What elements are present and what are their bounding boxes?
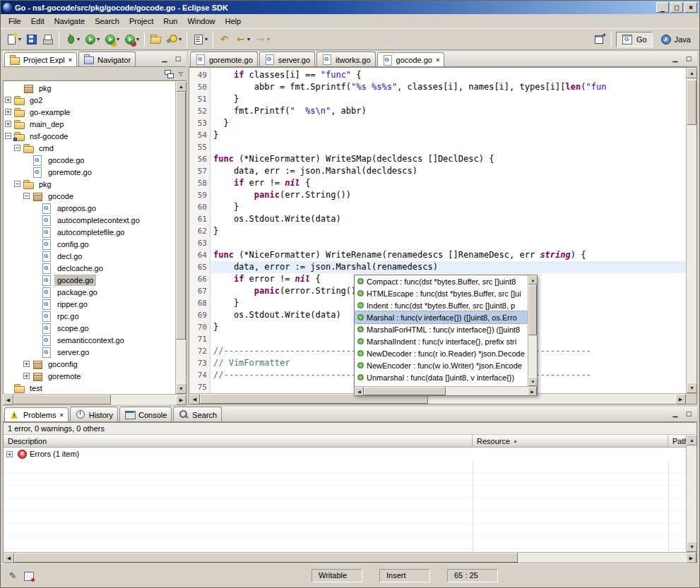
tree-plus-icon[interactable]: + bbox=[23, 373, 30, 379]
scroll-down-icon[interactable]: ▼ bbox=[528, 377, 538, 386]
tree-item-decl-go[interactable]: decl.go bbox=[4, 250, 175, 262]
external-tools-button[interactable]: ▾ bbox=[121, 31, 141, 48]
column-header-path[interactable]: Path bbox=[668, 435, 686, 447]
scroll-right-icon[interactable]: ▶ bbox=[686, 553, 696, 563]
run-history-dropdown-icon[interactable]: ▾ bbox=[117, 36, 119, 42]
tree-plus-icon[interactable]: + bbox=[5, 121, 11, 127]
editor-pencil-icon[interactable]: ✎ bbox=[6, 570, 19, 582]
tree-item-pkg[interactable]: pkg bbox=[4, 82, 175, 94]
scroll-down-icon[interactable]: ▼ bbox=[176, 383, 186, 394]
tree-item-cmd[interactable]: −cmd bbox=[4, 142, 175, 154]
scroll-thumb[interactable] bbox=[687, 80, 696, 125]
problems-maximize-icon[interactable]: □ bbox=[683, 409, 694, 419]
tree-item-autocompletefile-go[interactable]: autocompletefile.go bbox=[4, 226, 175, 238]
scroll-right-icon[interactable]: ▶ bbox=[176, 395, 186, 405]
view-tab-search[interactable]: Search bbox=[173, 407, 222, 421]
tree-minus-icon[interactable]: − bbox=[14, 145, 20, 151]
close-button[interactable]: × bbox=[684, 2, 697, 13]
expand-plus-icon[interactable]: + bbox=[6, 451, 13, 457]
scroll-left-icon[interactable]: ◀ bbox=[3, 395, 13, 405]
scroll-left-icon[interactable]: ◀ bbox=[189, 394, 200, 404]
tree-plus-icon[interactable]: + bbox=[23, 361, 30, 367]
tree-item-semanticcontext-go[interactable]: semanticcontext.go bbox=[4, 334, 175, 346]
new-wizard-dropdown-icon[interactable]: ▾ bbox=[18, 36, 21, 42]
tree-item-nsf-gocode[interactable]: −nsf-gocode bbox=[4, 130, 175, 142]
scroll-up-icon[interactable]: ▲ bbox=[687, 435, 697, 445]
explorer-minimize-icon[interactable]: ▁ bbox=[159, 54, 170, 64]
autocomplete-item[interactable]: Unmarshal : func(data []uint8, v interfa… bbox=[355, 371, 528, 383]
maximize-button[interactable]: □ bbox=[670, 2, 683, 13]
scroll-down-icon[interactable]: ▼ bbox=[687, 541, 697, 552]
next-annotation-dropdown-icon[interactable]: ▾ bbox=[205, 36, 208, 42]
problems-horizontal-scrollbar[interactable]: ◀ ▶ bbox=[4, 552, 696, 563]
autocomplete-item[interactable]: Marshal : func(v interface{}) ([]uint8, … bbox=[355, 311, 528, 323]
run-dropdown-icon[interactable]: ▾ bbox=[97, 36, 100, 42]
scroll-left-icon[interactable]: ◀ bbox=[4, 553, 14, 563]
run-history-button[interactable]: ▾ bbox=[102, 31, 121, 48]
scroll-thumb[interactable] bbox=[14, 553, 518, 563]
code-line[interactable]: abbr = fmt.Sprintf("%s %s%s", classes[i]… bbox=[210, 81, 686, 93]
back-button[interactable]: ▾ bbox=[232, 31, 252, 48]
perspective-go[interactable]: Go bbox=[616, 32, 653, 47]
autocomplete-item[interactable]: MarshalIndent : func(v interface{}, pref… bbox=[355, 335, 528, 347]
tree-item-gocode[interactable]: −gocode bbox=[4, 190, 175, 202]
editor-tab-itworks-go[interactable]: itworks.go bbox=[316, 52, 376, 66]
tree-item-apropos-go[interactable]: apropos.go bbox=[4, 202, 175, 214]
line-number-ruler[interactable]: 4950515253545556575859606162636465666768… bbox=[189, 68, 210, 393]
next-annotation-button[interactable]: ▾ bbox=[190, 31, 210, 48]
scroll-track[interactable] bbox=[364, 387, 528, 395]
scroll-left-icon[interactable]: ◀ bbox=[355, 387, 364, 396]
autocomplete-horizontal-scrollbar[interactable]: ◀ ▶ bbox=[355, 386, 537, 395]
code-line[interactable]: if classes[i] == "func" { bbox=[210, 69, 686, 81]
code-line[interactable]: } bbox=[210, 117, 686, 129]
search-dropdown-icon[interactable]: ▾ bbox=[179, 36, 182, 42]
close-icon[interactable]: × bbox=[59, 412, 63, 419]
view-tab-history[interactable]: History bbox=[70, 407, 118, 421]
code-line[interactable]: func (*NiceFormatter) WriteSMap(decldesc… bbox=[210, 153, 686, 165]
tree-item-goremote-go[interactable]: goremote.go bbox=[4, 166, 175, 178]
debug-button[interactable]: ▾ bbox=[62, 31, 82, 48]
problems-minimize-icon[interactable]: ▁ bbox=[670, 409, 681, 419]
editor-maximize-icon[interactable]: □ bbox=[683, 54, 694, 64]
menu-navigate[interactable]: Navigate bbox=[49, 15, 90, 28]
code-line[interactable]: os.Stdout.Write(data) bbox=[210, 213, 686, 225]
scroll-thumb[interactable] bbox=[528, 284, 537, 335]
scroll-track[interactable] bbox=[176, 92, 186, 383]
autocomplete-vertical-scrollbar[interactable]: ▲ ▼ bbox=[528, 275, 537, 386]
tree-item-server-go[interactable]: server.go bbox=[4, 346, 175, 358]
autocomplete-item[interactable]: NewDecoder : func(r io.Reader) *json.Dec… bbox=[355, 347, 528, 359]
code-line[interactable]: data, err := json.Marshal(decldescs) bbox=[210, 165, 686, 177]
editor-tab-server-go[interactable]: server.go bbox=[259, 52, 315, 66]
scroll-track[interactable] bbox=[13, 395, 176, 404]
close-icon[interactable]: × bbox=[69, 56, 72, 64]
tree-item-config-go[interactable]: config.go bbox=[4, 238, 175, 250]
code-line[interactable] bbox=[210, 237, 686, 249]
scroll-track[interactable] bbox=[687, 78, 696, 383]
open-perspective-button[interactable] bbox=[592, 31, 608, 48]
code-line[interactable]: func (*NiceFormatter) WriteRename(rename… bbox=[210, 249, 686, 261]
debug-dropdown-icon[interactable]: ▾ bbox=[77, 36, 80, 42]
tree-minus-icon[interactable]: − bbox=[5, 133, 11, 139]
autocomplete-item[interactable]: Compact : func(dst *bytes.Buffer, src []… bbox=[355, 275, 528, 287]
code-line[interactable] bbox=[210, 141, 686, 153]
new-wizard-button[interactable]: ▾ bbox=[4, 31, 23, 48]
scroll-thumb[interactable] bbox=[13, 395, 111, 404]
perspective-java[interactable]: Java bbox=[654, 32, 696, 47]
code-line[interactable]: data, error := json.Marshal(renamedescs) bbox=[210, 261, 686, 273]
view-tab-console[interactable]: Console bbox=[119, 407, 172, 421]
scroll-thumb[interactable] bbox=[176, 92, 186, 340]
editor-tab-goremote-go[interactable]: goremote.go bbox=[190, 52, 258, 66]
tree-item-autocompletecontext-go[interactable]: autocompletecontext.go bbox=[4, 214, 175, 226]
scroll-right-icon[interactable]: ▶ bbox=[528, 387, 537, 396]
tree-item-pkg[interactable]: −pkg bbox=[4, 178, 175, 190]
menu-help[interactable]: Help bbox=[220, 15, 247, 28]
tree-item-rpc-go[interactable]: rpc.go bbox=[4, 310, 175, 322]
menu-search[interactable]: Search bbox=[90, 15, 124, 28]
column-header-description[interactable]: Description bbox=[4, 435, 473, 447]
autocomplete-item[interactable]: HTMLEscape : func(dst *bytes.Buffer, src… bbox=[355, 287, 528, 299]
tree-item-declcache-go[interactable]: declcache.go bbox=[4, 262, 175, 274]
tree-item-ripper-go[interactable]: ripper.go bbox=[4, 298, 175, 310]
tree-item-go2[interactable]: +go2 bbox=[4, 94, 175, 106]
forward-button[interactable]: ▾ bbox=[252, 31, 272, 48]
scroll-up-icon[interactable]: ▲ bbox=[176, 81, 186, 92]
